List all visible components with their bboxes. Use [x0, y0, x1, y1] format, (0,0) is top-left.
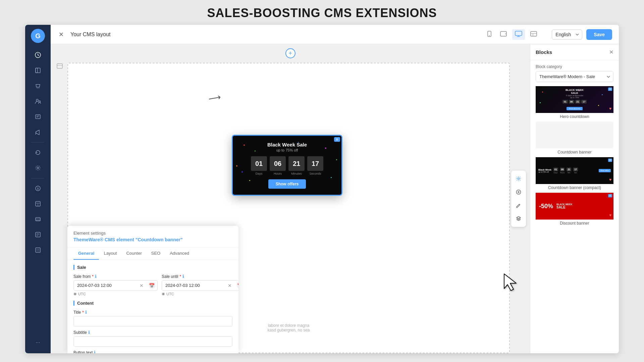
svg-point-40 [518, 178, 520, 180]
sp-sale-until-calendar[interactable]: 📅 [234, 283, 238, 288]
svg-rect-2 [36, 68, 38, 73]
cp-seconds: 17 Seconds [307, 156, 323, 175]
page-heading: SALES-BOOSTING CMS EXTENSIONS [0, 6, 644, 20]
canvas-left-tools [55, 61, 65, 71]
svg-point-10 [37, 167, 39, 169]
sp-tab-advanced[interactable]: Advanced [165, 247, 194, 260]
sidebar-icon-table3[interactable] [31, 228, 45, 241]
add-block-button[interactable]: + [285, 48, 296, 58]
sp-utc-from-label: ◉ UTC [73, 292, 158, 296]
thumb-compact-time-hours: 06 Hours [560, 168, 565, 174]
bp-title: Blocks [536, 49, 552, 55]
sp-sale-section-label: Sale [73, 265, 232, 270]
bp-compact-thumbnail: Black Week up to 75% off 01 Days 06 [536, 157, 613, 184]
sidebar-icon-analytics[interactable] [31, 48, 45, 62]
thumb-discount-right: BLACK WEEK SALE [556, 203, 572, 209]
sp-content-gap: Content Title * ℹ Don't miss any discoun… [73, 301, 232, 353]
sp-tab-seo[interactable]: SEO [147, 247, 165, 260]
tool-settings-icon[interactable] [513, 173, 524, 184]
cp-days: 01 Days [251, 156, 267, 175]
sidebar-more[interactable]: ··· [31, 336, 45, 349]
sp-info-icon-title[interactable]: ℹ [85, 310, 87, 315]
sidebar-logo[interactable]: G [31, 29, 45, 43]
bp-hero-img-wrapper[interactable]: BLACK WEEK SALE 5 days of discountsup to… [536, 86, 613, 113]
sp-info-icon-sale-until[interactable]: ℹ [182, 274, 184, 279]
sp-tab-general[interactable]: General [73, 247, 99, 260]
sidebar-icon-users[interactable] [31, 95, 45, 108]
tool-layers-icon[interactable] [513, 214, 524, 224]
sp-info-icon-sale-from[interactable]: ℹ [95, 274, 97, 279]
countdown-show-offers-button[interactable]: Show offers [268, 179, 306, 189]
sp-info-icon-subtitle[interactable]: ℹ [88, 330, 90, 335]
svg-rect-7 [36, 115, 40, 119]
bp-select-wrap: ThemeWare® Modern - Sale [530, 71, 619, 86]
sp-button-text-label: Button text ℹ [73, 350, 232, 353]
sp-sale-from-calendar[interactable]: 📅 [146, 283, 157, 288]
svg-rect-35 [531, 32, 537, 36]
blocks-panel: Blocks ✕ Block category ThemeWare® Moder… [530, 44, 619, 353]
svg-rect-1 [36, 68, 40, 73]
sidebar-icon-settings[interactable] [31, 161, 45, 175]
sp-sale-until-input[interactable] [162, 281, 225, 290]
sidebar-icon-table2[interactable] [31, 213, 45, 226]
countdown-content: Black Week Sale up to 75% off 01 Days 06… [238, 142, 336, 189]
bp-discount-badge: ⊞ [608, 194, 612, 197]
sp-title-field: Title * ℹ Don't miss any discounts! [73, 310, 232, 326]
cp-subtitle: up to 75% off [238, 148, 336, 152]
language-select[interactable]: English German [552, 29, 582, 40]
sidebar-icon-products[interactable] [31, 79, 45, 93]
sidebar-icon-table1[interactable] [31, 197, 45, 210]
particle [336, 159, 337, 160]
sp-title: Element settings [73, 231, 232, 236]
sp-subtitle-input[interactable]: up to 75% off [73, 336, 232, 347]
cp-timer: 01 Days 06 Hours 21 Minutes [238, 156, 336, 175]
sidebar-icon-content[interactable] [31, 110, 45, 123]
layout-toggle-button[interactable] [55, 61, 65, 71]
main-container: G [25, 25, 619, 353]
countdown-banner-preview: ⊞ Black Week Sale up to 75% off 01 Days [232, 135, 342, 196]
sp-sale-from-field: Sale from * ℹ ✕ 📅 [73, 274, 158, 296]
bp-item-hero: BLACK WEEK SALE 5 days of discountsup to… [536, 86, 613, 119]
bp-close-button[interactable]: ✕ [609, 49, 613, 55]
sp-info-icon-button-text[interactable]: ℹ [94, 350, 96, 353]
settings-panel: Element settings ThemeWare® CMS element … [67, 226, 238, 353]
device-tablet-button[interactable] [497, 29, 509, 40]
bp-compact-heart[interactable]: ♥ [609, 177, 611, 182]
bp-discount-img-wrapper[interactable]: -50% BLACK WEEK SALE ⊞ ♥ [536, 193, 613, 220]
bp-item-compact: Black Week up to 75% off 01 Days 06 [536, 157, 613, 190]
close-button[interactable]: ✕ [57, 29, 65, 40]
bp-item-countdown: Countdown banner [536, 122, 613, 155]
bp-discount-heart[interactable]: ♥ [609, 213, 611, 218]
editor-wrapper: + Choose from various slides with extrem… [51, 44, 619, 353]
sp-sale-from-input[interactable] [74, 281, 137, 290]
sp-tab-layout[interactable]: Layout [99, 247, 121, 260]
cp-title: Black Week Sale [238, 142, 336, 147]
save-button[interactable]: Save [586, 29, 612, 40]
sp-title-input[interactable]: Don't miss any discounts! [73, 316, 232, 326]
sp-sale-from-clear[interactable]: ✕ [137, 283, 146, 288]
device-mobile-button[interactable] [484, 29, 495, 40]
sidebar-icon-orders[interactable]: $ [31, 182, 45, 195]
bp-countdown-img-wrapper[interactable] [536, 122, 613, 148]
sidebar-icon-table4[interactable] [31, 243, 45, 257]
sidebar-icon-refresh[interactable] [31, 146, 45, 159]
sidebar: G [25, 25, 51, 353]
bp-category-select[interactable]: ThemeWare® Modern - Sale [536, 71, 613, 82]
sidebar-icon-pages[interactable] [31, 64, 45, 77]
bp-countdown-label: Countdown banner [536, 150, 613, 155]
top-banner: SALES-BOOSTING CMS EXTENSIONS [0, 0, 644, 25]
sp-tab-counter[interactable]: Counter [121, 247, 146, 260]
sp-sale-until-clear[interactable]: ✕ [225, 283, 234, 288]
bp-hero-heart[interactable]: ♥ [609, 106, 611, 111]
tool-edit-icon[interactable] [513, 200, 524, 211]
device-layout-button[interactable] [528, 29, 540, 40]
topbar-title: Your CMS layout [70, 32, 110, 38]
sidebar-icon-marketing[interactable] [31, 125, 45, 139]
device-switcher [484, 29, 540, 40]
tool-add-icon[interactable] [513, 187, 524, 197]
device-desktop-button[interactable] [512, 29, 525, 40]
thumb-compact-left: Black Week up to 75% off [538, 169, 551, 173]
topbar: ✕ Your CMS layout [51, 25, 619, 44]
bp-compact-img-wrapper[interactable]: Black Week up to 75% off 01 Days 06 [536, 157, 613, 184]
sp-tabs: General Layout Counter SEO Advanced [67, 247, 238, 260]
